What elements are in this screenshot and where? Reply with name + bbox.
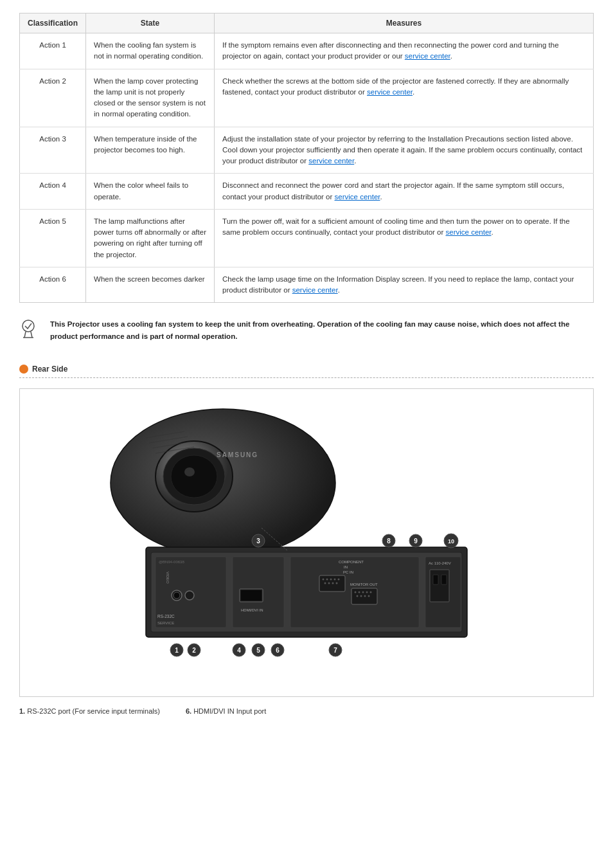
table-state: The lamp malfunctions after power turns … (86, 209, 215, 267)
table-state: When the color wheel fails to operate. (86, 174, 215, 210)
table-measures: Check whether the screws at the bottom s… (215, 69, 594, 127)
caption-text-1: RS-232C port (For service input terminal… (27, 707, 160, 715)
svg-point-41 (336, 583, 338, 584)
svg-point-37 (338, 579, 340, 581)
svg-text:8: 8 (387, 538, 391, 545)
table-classification: Action 4 (20, 174, 86, 210)
svg-text:SAMSUNG: SAMSUNG (217, 451, 258, 458)
action-table: Classification State Measures Action 1Wh… (19, 13, 594, 303)
svg-rect-57 (441, 575, 447, 584)
header-measures: Measures (215, 14, 594, 33)
svg-point-36 (334, 579, 336, 581)
caption-item-6: 6. HDMI/DVI IN Input port (186, 707, 266, 715)
svg-text:2: 2 (192, 647, 196, 654)
rear-side-title: Rear Side (32, 365, 67, 374)
service-center-link[interactable]: service center (367, 88, 413, 96)
orange-circle-icon (19, 365, 28, 374)
svg-point-46 (362, 592, 364, 593)
svg-point-8 (184, 467, 195, 476)
rear-side-header: Rear Side (19, 365, 594, 374)
svg-text:3: 3 (256, 538, 260, 545)
table-measures: Disconnect and reconnect the power cord … (215, 174, 594, 210)
svg-point-38 (324, 583, 326, 584)
svg-rect-55 (430, 570, 449, 602)
svg-text:4: 4 (237, 647, 241, 654)
svg-text:9: 9 (414, 538, 418, 545)
table-classification: Action 1 (20, 33, 86, 69)
svg-point-50 (360, 595, 362, 597)
caption-text-6: HDMI/DVI IN Input port (193, 707, 266, 715)
projector-diagram-area: SAMSUNG @BN94-00638 RS-232C SERVICE (19, 388, 594, 697)
svg-text:Ac 110-240V: Ac 110-240V (429, 561, 451, 565)
svg-point-33 (323, 579, 324, 581)
table-state: When the cooling fan system is not in no… (86, 33, 215, 69)
table-measures: Turn the power off, wait for a sufficien… (215, 209, 594, 267)
caption-item-1: 1. RS-232C port (For service input termi… (19, 707, 160, 715)
service-center-link[interactable]: service center (335, 193, 380, 201)
table-state: When the lamp cover protecting the lamp … (86, 69, 215, 127)
svg-text:1: 1 (175, 647, 179, 654)
svg-point-44 (355, 592, 357, 593)
svg-point-40 (332, 583, 334, 584)
svg-text:COMPONENT: COMPONENT (339, 560, 364, 564)
svg-point-7 (171, 455, 217, 498)
svg-point-21 (173, 592, 180, 599)
svg-text:7: 7 (333, 647, 337, 654)
svg-point-47 (366, 592, 368, 593)
table-classification: Action 2 (20, 69, 86, 127)
service-center-link[interactable]: service center (292, 286, 338, 294)
service-center-link[interactable]: service center (308, 157, 354, 165)
svg-point-49 (357, 595, 359, 597)
svg-point-52 (368, 595, 370, 597)
svg-text:MONITOR OUT: MONITOR OUT (350, 583, 378, 586)
caption-row: 1. RS-232C port (For service input termi… (19, 707, 594, 715)
table-measures: Adjust the installation state of your pr… (215, 127, 594, 174)
caption-num-1: 1. (19, 707, 25, 715)
svg-line-2 (31, 332, 32, 338)
projector-svg-container: SAMSUNG @BN94-00638 RS-232C SERVICE (30, 399, 583, 682)
svg-text:10: 10 (448, 538, 454, 545)
service-center-link[interactable]: service center (446, 228, 492, 236)
svg-text:IN: IN (344, 565, 348, 569)
svg-text:RS-232C: RS-232C (157, 614, 175, 619)
caption-num-6: 6. (186, 707, 191, 715)
table-classification: Action 3 (20, 127, 86, 174)
note-icon (19, 320, 42, 343)
header-classification: Classification (20, 14, 86, 33)
svg-text:SERVICE: SERVICE (157, 621, 174, 625)
svg-text:HDMI/DVI IN: HDMI/DVI IN (241, 608, 263, 612)
svg-point-51 (364, 595, 366, 597)
svg-point-35 (330, 579, 332, 581)
svg-text:@BN94-00638: @BN94-00638 (159, 560, 184, 564)
svg-point-0 (22, 320, 34, 332)
svg-text:5: 5 (256, 647, 260, 654)
svg-point-39 (328, 583, 330, 584)
svg-rect-26 (241, 590, 262, 601)
svg-point-45 (359, 592, 360, 593)
svg-text:6: 6 (276, 647, 280, 654)
svg-point-34 (326, 579, 328, 581)
header-state: State (86, 14, 215, 33)
svg-line-1 (24, 332, 26, 338)
table-measures: If the symptom remains even after discon… (215, 33, 594, 69)
svg-text:PC IN: PC IN (343, 570, 353, 574)
svg-point-48 (370, 592, 372, 593)
table-classification: Action 5 (20, 209, 86, 267)
section-divider (19, 377, 594, 378)
service-center-link[interactable]: service center (405, 52, 450, 60)
table-classification: Action 6 (20, 267, 86, 303)
table-state: When the screen becomes darker (86, 267, 215, 303)
note-box: This Projector uses a cooling fan system… (19, 316, 594, 345)
svg-point-23 (185, 591, 194, 600)
svg-rect-56 (433, 575, 438, 584)
svg-text:VIDEO: VIDEO (166, 572, 170, 584)
table-measures: Check the lamp usage time on the Informa… (215, 267, 594, 303)
projector-svg: SAMSUNG @BN94-00638 RS-232C SERVICE (82, 399, 531, 682)
note-text: This Projector uses a cooling fan system… (50, 318, 594, 342)
table-state: When temperature inside of the projector… (86, 127, 215, 174)
